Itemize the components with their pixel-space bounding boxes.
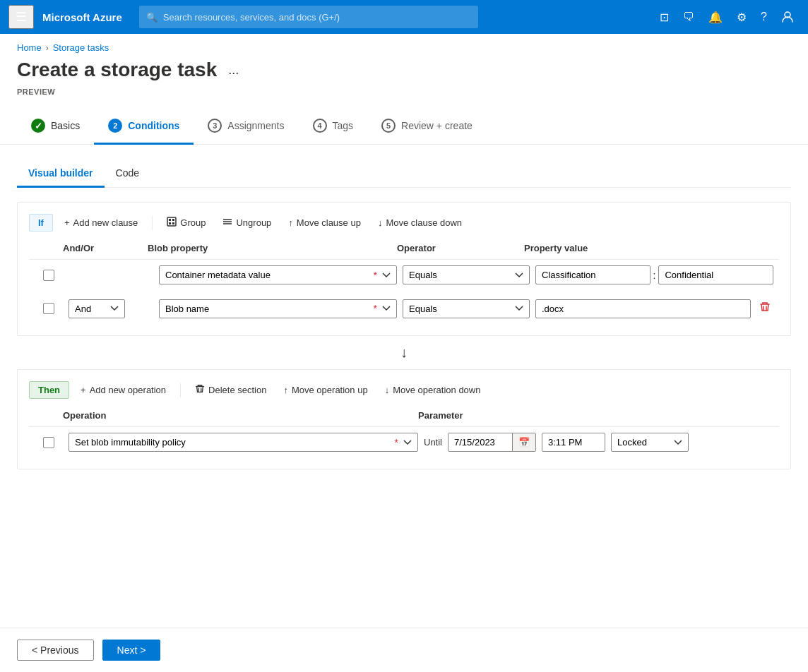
- group-icon: [167, 217, 177, 229]
- calendar-icon[interactable]: 📅: [512, 433, 535, 451]
- operation-row-1-checkbox-cell: [35, 437, 63, 448]
- condition-row-1-prop-value-input[interactable]: [658, 265, 773, 284]
- condition-row-2-prop-value-input[interactable]: [535, 299, 751, 318]
- settings-icon[interactable]: ⚙: [731, 6, 752, 28]
- move-operation-down-button[interactable]: ↓ Move operation down: [379, 382, 487, 398]
- previous-button[interactable]: < Previous: [17, 640, 94, 661]
- condition-row-2-andor-cell: And Or: [69, 299, 153, 318]
- next-button[interactable]: Next >: [102, 640, 161, 661]
- ungroup-icon: [222, 217, 232, 229]
- condition-row-2-andor-select[interactable]: And Or: [69, 299, 125, 318]
- op-col-operation: Operation: [63, 410, 418, 421]
- plus-icon: +: [64, 217, 70, 228]
- page-header: Create a storage task ···: [0, 53, 808, 88]
- content-area: Visual builder Code If + Add new clause …: [0, 145, 808, 628]
- profile-icon[interactable]: [776, 6, 800, 28]
- arrow-down-icon-then: ↓: [385, 385, 390, 395]
- condition-row-1-checkbox[interactable]: [43, 270, 54, 281]
- add-new-operation-button[interactable]: + Add new operation: [75, 382, 172, 398]
- wizard-steps: ✓ Basics 2 Conditions 3 Assignments 4 Ta…: [0, 104, 808, 145]
- group-button[interactable]: Group: [161, 214, 211, 232]
- condition-row-2-checkbox[interactable]: [43, 303, 54, 314]
- condition-row-2-operator-cell: Equals Not equals: [403, 299, 530, 318]
- lock-select[interactable]: Locked Unlocked: [611, 433, 689, 452]
- wizard-step-review[interactable]: 5 Review + create: [367, 110, 487, 145]
- step-circle-assignments: 3: [208, 119, 222, 133]
- toolbar-separator: [152, 216, 153, 230]
- condition-row-1-operator-select[interactable]: Equals Not equals Contains: [403, 265, 530, 284]
- top-navigation: ☰ Microsoft Azure 🔍 ⊡ 🗨 🔔 ⚙ ?: [0, 0, 808, 34]
- svg-rect-2: [169, 219, 171, 221]
- condition-row-1-blob-property-select[interactable]: Container metadata value Blob name Blob …: [159, 265, 397, 284]
- op-col-checkbox: [35, 410, 63, 421]
- operation-row-1-operation-select[interactable]: Set blob immutability policy Delete blob…: [69, 433, 418, 452]
- condition-row-2-checkbox-cell: [35, 303, 63, 314]
- step-circle-basics: ✓: [31, 119, 45, 133]
- wizard-step-tags[interactable]: 4 Tags: [299, 110, 368, 145]
- then-toolbar-sep-1: [180, 383, 181, 397]
- step-circle-tags: 4: [313, 119, 327, 133]
- condition-row-1: Container metadata value Blob name Blob …: [29, 260, 779, 290]
- page-title: Create a storage task: [17, 59, 217, 81]
- condition-row-2: And Or Blob name Container metadata valu…: [29, 293, 779, 324]
- feedback-icon[interactable]: 🗨: [677, 6, 700, 28]
- step-label-tags: Tags: [333, 120, 354, 131]
- nav-icons: ⊡ 🗨 🔔 ⚙ ?: [654, 6, 800, 28]
- col-property-value: Property value: [524, 243, 773, 253]
- operation-row-1-operation-cell: Set blob immutability policy Delete blob…: [69, 433, 418, 452]
- date-input[interactable]: [448, 433, 512, 451]
- col-blob-property: Blob property: [148, 243, 397, 253]
- notifications-icon[interactable]: 🔔: [703, 6, 728, 28]
- col-operator: Operator: [397, 243, 524, 253]
- col-checkbox: [35, 243, 63, 253]
- operations-table-header: Operation Parameter: [29, 410, 779, 427]
- breadcrumb-sep-1: ›: [46, 43, 49, 53]
- svg-rect-5: [172, 222, 174, 224]
- step-label-basics: Basics: [51, 120, 80, 131]
- condition-row-1-operator-cell: Equals Not equals Contains: [403, 265, 530, 284]
- more-options-button[interactable]: ···: [225, 61, 242, 85]
- conditions-table-header: And/Or Blob property Operator Property v…: [29, 243, 779, 260]
- terminal-icon[interactable]: ⊡: [654, 6, 675, 28]
- hamburger-menu[interactable]: ☰: [8, 5, 34, 29]
- section-arrow: ↓: [17, 336, 791, 369]
- wizard-step-basics[interactable]: ✓ Basics: [17, 110, 94, 145]
- step-circle-review: 5: [381, 119, 396, 133]
- search-input[interactable]: [163, 12, 471, 23]
- ungroup-button[interactable]: Ungroup: [217, 214, 277, 232]
- col-and-or: And/Or: [63, 243, 148, 253]
- breadcrumb-storage-tasks[interactable]: Storage tasks: [53, 42, 109, 53]
- if-toolbar: If + Add new clause Group Ungroup: [29, 214, 779, 232]
- breadcrumb-home[interactable]: Home: [17, 42, 42, 53]
- time-input[interactable]: [542, 433, 605, 452]
- arrow-down-icon: ↓: [378, 217, 383, 228]
- svg-rect-3: [172, 219, 174, 221]
- tab-code[interactable]: Code: [105, 162, 150, 188]
- wizard-step-assignments[interactable]: 3 Assignments: [194, 110, 298, 145]
- if-section: If + Add new clause Group Ungroup: [17, 202, 791, 336]
- search-bar: 🔍: [139, 6, 478, 28]
- condition-row-1-prop-value-cell: :: [535, 265, 773, 284]
- breadcrumb: Home › Storage tasks: [0, 34, 808, 53]
- colon-separator-1: :: [653, 270, 656, 281]
- date-input-group: 📅: [448, 433, 536, 452]
- move-clause-up-button[interactable]: ↑ Move clause up: [283, 215, 367, 231]
- wizard-step-conditions[interactable]: 2 Conditions: [94, 110, 194, 145]
- main-container: Home › Storage tasks Create a storage ta…: [0, 34, 808, 672]
- add-new-clause-button[interactable]: + Add new clause: [59, 215, 143, 231]
- operation-row-1-checkbox[interactable]: [43, 437, 54, 448]
- condition-row-2-blob-property-select[interactable]: Blob name Container metadata value Blob …: [159, 299, 397, 318]
- move-operation-up-button[interactable]: ↑ Move operation up: [278, 382, 373, 398]
- condition-row-2-operator-select[interactable]: Equals Not equals: [403, 299, 530, 318]
- tab-visual-builder[interactable]: Visual builder: [17, 162, 105, 188]
- help-icon[interactable]: ?: [755, 6, 773, 28]
- condition-row-1-prop-key-input[interactable]: [535, 265, 650, 284]
- trash-icon-then: [195, 384, 205, 396]
- condition-row-2-delete-button[interactable]: [756, 299, 773, 318]
- arrow-up-icon: ↑: [288, 217, 293, 228]
- svg-rect-1: [167, 217, 176, 226]
- delete-section-button[interactable]: Delete section: [189, 381, 272, 399]
- step-circle-conditions: 2: [108, 119, 122, 133]
- move-clause-down-button[interactable]: ↓ Move clause down: [372, 215, 468, 231]
- step-label-review: Review + create: [401, 120, 473, 131]
